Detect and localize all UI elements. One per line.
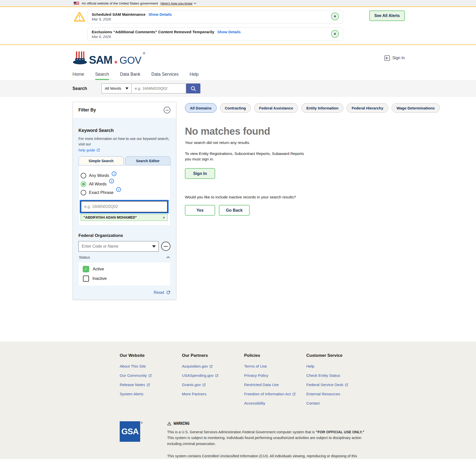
select-caret-icon [125,87,128,89]
close-icon[interactable]: × [331,30,339,38]
org-more-options-button[interactable]: ••• [161,242,170,251]
keyword-info-text: For more information on how to use our k… [78,136,170,147]
sam-gov-logo[interactable]: SAM ★ GOV ® [72,51,145,65]
alert-card: Scheduled SAM Maintenance Show Details M… [87,10,343,23]
footer-link-federal-service-desk[interactable]: Federal Service Desk [306,383,348,387]
footer-link-check-entity-status[interactable]: Check Entity Status [306,373,348,378]
footer-link-acquisition-gov[interactable]: Acquisition.gov [182,364,244,369]
info-icon[interactable]: i [109,179,114,183]
footer-link-restricted-data-use[interactable]: Restricted Data Use [244,383,306,387]
yes-button[interactable]: Yes [185,205,215,216]
nav-item-data-bank[interactable]: Data Bank [120,72,140,80]
no-matches-title: No matches found [185,126,400,137]
no-matches-subtitle: Your search did not return any results. [185,140,400,145]
domain-tab-wage-determinations[interactable]: Wage Determinations [392,103,440,113]
footer-link-external-resources[interactable]: External Resources [306,392,348,396]
footer-link-accessibility[interactable]: Accessibility [244,401,306,406]
federal-organizations-heading: Federal Organizations [78,233,170,238]
domain-tab-federal-hierarchy[interactable]: Federal Hierarchy [347,103,388,113]
radio-label: Exact Phrase [89,190,113,195]
close-icon[interactable]: × [331,12,339,20]
radio-label: Any Words [89,173,109,178]
search-submit-button[interactable] [186,83,200,93]
footer-link-terms-of-use[interactable]: Terms of Use [244,364,306,369]
go-back-button[interactable]: Go Back [219,205,250,216]
inactive-records-question: Would you like to include inactive recor… [185,195,400,199]
logo-sam-text: SAM [89,55,112,65]
radio-all-words[interactable] [81,181,86,187]
tab-search-editor[interactable]: Search Editor [125,156,170,165]
show-details-link[interactable]: Show Details [217,30,241,34]
footer-link-contact[interactable]: Contact [306,401,348,406]
gsa-warning-section: GSA ® WARNING This is a U.S. General Ser… [0,413,476,459]
sign-in-icon [384,55,390,61]
checkbox-inactive[interactable] [83,276,89,282]
gov-banner: An official website of the United States… [0,0,476,7]
filter-panel: Filter By Keyword Search For more inform… [73,102,176,300]
tab-simple-search[interactable]: Simple Search [78,156,124,165]
header-sign-in-link[interactable]: Sign In [384,55,405,61]
footer-link-system-alerts[interactable]: System Alerts [120,392,182,396]
sign-in-button[interactable]: Sign In [185,168,215,179]
gsa-registered-mark: ® [141,421,143,424]
keyword-search-heading: Keyword Search [78,128,170,133]
collapse-filters-button[interactable] [164,107,170,113]
footer-link-grants-gov[interactable]: Grants.gov [182,383,244,387]
radio-exact-phrase[interactable] [81,190,86,195]
nav-item-help[interactable]: Help [190,72,199,80]
reset-filters-link[interactable]: Reset [78,290,170,295]
footer-link-release-notes[interactable]: Release Notes [120,383,182,387]
external-link-icon [345,383,348,387]
external-link-icon [292,393,296,396]
status-label: Status [79,255,90,260]
help-guide-link[interactable]: help guide [78,148,100,152]
federal-org-input[interactable] [78,241,159,252]
search-mode-select[interactable]: All Words [101,83,132,93]
checkbox-label: Inactive [92,276,107,281]
domain-tab-federal-assistance[interactable]: Federal Assistance [254,103,298,113]
see-all-alerts-button[interactable]: See All Alerts [369,10,405,21]
chevron-down-icon [194,2,196,4]
alert-date: Mar 9, 2026 [92,17,325,21]
nav-item-search[interactable]: Search [95,72,109,80]
domain-tabs: All Domains Contracting Federal Assistan… [185,103,400,113]
footer-link-privacy-policy[interactable]: Privacy Policy [244,373,306,378]
footer-link-more-partners[interactable]: More Partners [182,392,244,396]
footer-link-help[interactable]: Help [306,364,348,369]
radio-label: All Words [89,182,106,186]
search-icon [190,86,196,91]
alerts-bar: Scheduled SAM Maintenance Show Details M… [0,7,476,45]
external-link-icon [147,383,150,387]
warning-triangle-icon [74,10,87,41]
domain-tab-contracting[interactable]: Contracting [220,103,251,113]
info-icon[interactable]: i [112,171,116,176]
chip-remove-icon[interactable]: × [163,215,165,220]
domain-tab-all-domains[interactable]: All Domains [185,103,217,113]
how-you-know-link[interactable]: Here's how you know [160,1,196,5]
show-details-link[interactable]: Show Details [148,12,172,16]
external-link-icon [215,374,218,377]
info-icon[interactable]: i [116,187,121,192]
footer-link-our-community[interactable]: Our Community [120,373,182,378]
keyword-search-input[interactable] [81,201,168,212]
status-options-box: ✓ Active Inactive [78,262,170,286]
logo-star-icon: ★ [114,60,118,65]
footer-heading: Policies [244,353,306,358]
footer-link-foia[interactable]: Freedom of Information Act [244,392,306,396]
site-header: SAM ★ GOV ® Sign In [0,45,476,69]
minus-icon [166,110,169,110]
nav-item-home[interactable]: Home [72,72,84,80]
checkbox-active[interactable]: ✓ [83,266,89,272]
global-search-input[interactable] [132,83,186,93]
gov-banner-text: An official website of the United States… [82,1,158,5]
uncle-sam-hat-icon [72,51,87,65]
alert-title: Exclusions “Additional Comments” Content… [92,30,214,34]
footer-link-about-this-site[interactable]: About This Site [120,364,182,369]
chevron-up-icon [166,256,170,258]
domain-tab-entity-information[interactable]: Entity Information [301,103,343,113]
warning-title: WARNING [174,421,189,426]
nav-item-data-services[interactable]: Data Services [151,72,179,80]
footer-link-usaspending-gov[interactable]: USASpending.gov [182,373,244,378]
radio-any-words[interactable] [81,173,86,178]
status-section-toggle[interactable]: Status [78,255,170,260]
